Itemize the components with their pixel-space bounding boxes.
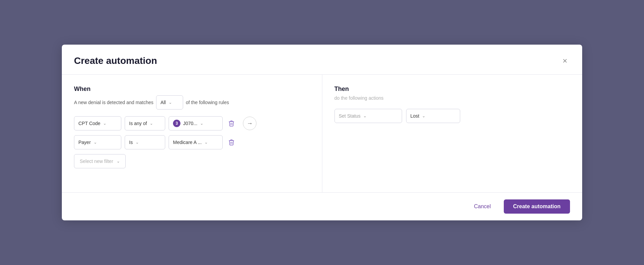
payer-value-dropdown[interactable]: Medicare A ... ⌄: [169, 135, 223, 149]
select-new-filter-row: Select new filter ⌄: [74, 154, 310, 168]
payer-field-chevron-icon: ⌄: [94, 140, 97, 145]
close-button[interactable]: ×: [560, 55, 570, 66]
payer-field-dropdown[interactable]: Payer ⌄: [74, 135, 121, 149]
is-operator-dropdown[interactable]: Is ⌄: [125, 135, 165, 149]
create-automation-button[interactable]: Create automation: [504, 199, 570, 214]
cpt-code-field-value: CPT Code: [78, 121, 100, 126]
is-any-of-operator-dropdown[interactable]: Is any of ⌄: [125, 116, 165, 130]
lost-value: Lost: [411, 113, 419, 119]
when-panel: When A new denial is detected and matche…: [62, 75, 322, 192]
modal-overlay: Create automation × When A new denial is…: [0, 0, 644, 265]
then-panel: Then do the following actions Set Status…: [322, 75, 583, 192]
set-status-dropdown[interactable]: Set Status ⌄: [335, 109, 402, 123]
modal-footer: Cancel Create automation: [62, 193, 582, 220]
is-operator-value: Is: [129, 140, 133, 145]
delete-rule-2-button[interactable]: [226, 138, 237, 147]
select-new-filter-button[interactable]: Select new filter ⌄: [74, 154, 126, 168]
then-panel-sublabel: do the following actions: [335, 95, 570, 101]
rule-row-2: Payer ⌄ Is ⌄ Medicare A ... ⌄: [74, 135, 310, 149]
modal-title: Create automation: [74, 55, 157, 66]
select-filter-chevron-icon: ⌄: [117, 159, 120, 164]
payer-value-text: Medicare A ...: [173, 140, 202, 145]
delete-rule-1-button[interactable]: [226, 119, 237, 128]
cancel-button[interactable]: Cancel: [467, 200, 498, 213]
when-desc-text: A new denial is detected and matches: [74, 100, 153, 105]
rule-row-1: CPT Code ⌄ Is any of ⌄ 3 J070... ⌄: [74, 116, 310, 130]
payer-field-value: Payer: [78, 140, 91, 145]
cpt-value-text: J070...: [183, 121, 197, 126]
all-dropdown[interactable]: All ⌄: [156, 95, 183, 110]
modal-dialog: Create automation × When A new denial is…: [62, 45, 582, 220]
all-dropdown-value: All: [160, 100, 166, 105]
cpt-value-chevron-icon: ⌄: [200, 121, 203, 126]
cpt-field-chevron-icon: ⌄: [103, 121, 106, 126]
set-status-chevron-icon: ⌄: [363, 114, 367, 118]
lost-chevron-icon: ⌄: [422, 114, 425, 118]
modal-header: Create automation ×: [62, 45, 582, 75]
is-any-of-operator-value: Is any of: [129, 121, 147, 126]
cpt-value-dropdown[interactable]: 3 J070... ⌄: [169, 116, 223, 130]
payer-value-chevron-icon: ⌄: [204, 140, 208, 145]
following-rules-text: of the following rules: [186, 100, 229, 105]
operator-chevron-icon: ⌄: [150, 121, 153, 126]
arrow-right-icon: →: [243, 117, 256, 130]
cpt-badge: 3: [173, 120, 180, 127]
cpt-code-field-dropdown[interactable]: CPT Code ⌄: [74, 116, 121, 130]
then-panel-label: Then: [335, 86, 570, 93]
lost-dropdown[interactable]: Lost ⌄: [406, 109, 460, 123]
then-actions-row: Set Status ⌄ Lost ⌄: [335, 109, 570, 123]
all-dropdown-chevron-icon: ⌄: [169, 100, 172, 105]
select-new-filter-label: Select new filter: [80, 159, 113, 164]
when-description: A new denial is detected and matches All…: [74, 95, 310, 110]
set-status-value: Set Status: [339, 113, 361, 119]
when-panel-label: When: [74, 86, 310, 93]
is-operator-chevron-icon: ⌄: [135, 140, 139, 145]
modal-body: When A new denial is detected and matche…: [62, 75, 582, 193]
